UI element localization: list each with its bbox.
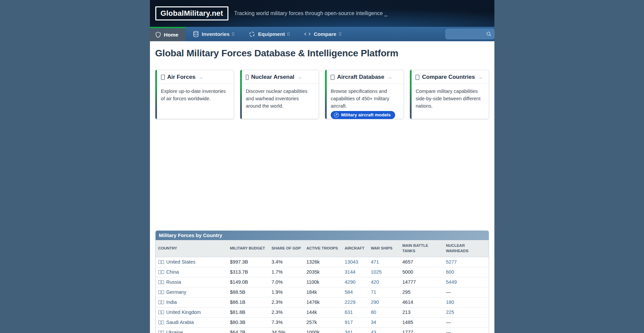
war-ships-count-link[interactable]: 80: [368, 307, 400, 317]
nuclear-warheads-cell[interactable]: 5277: [443, 257, 489, 267]
military-budget-cell: $997.3B: [227, 257, 269, 267]
active-troops-cell: 144k: [304, 307, 342, 317]
main-battle-tanks-cell: 295: [400, 287, 443, 297]
flag-placeholder-icon: [158, 320, 164, 325]
country-cell[interactable]: Saudi Arabia: [156, 317, 227, 327]
share-of-gdp-cell: 34.5%: [269, 327, 304, 333]
card-description: Compare military capabilities side-by-si…: [410, 84, 488, 110]
aircraft-count-link[interactable]: 4290: [342, 277, 368, 287]
main-content: Global Military Forces Database & Intell…: [150, 41, 494, 333]
country-cell[interactable]: Germany: [156, 287, 227, 297]
country-cell[interactable]: Russia: [156, 277, 227, 287]
share-of-gdp-cell: 2.3%: [269, 307, 304, 317]
site-header: GlobalMilitary.net Tracking world milita…: [150, 0, 494, 27]
country-cell[interactable]: China: [156, 267, 227, 277]
nav-item-inventories[interactable]: Inventories: [185, 27, 242, 41]
emoji-placeholder-icon: [161, 75, 165, 80]
military-aircraft-models-button[interactable]: ↗ Military aircraft models: [331, 111, 395, 119]
aircraft-count-link[interactable]: 584: [342, 287, 368, 297]
table-row: Germany $88.5B 1.9% 184k 584 71 295 —: [156, 287, 489, 297]
dropdown-caret-icon: [339, 33, 341, 36]
card-description: Browse specifications and capabilities o…: [325, 84, 404, 119]
war-ships-count-link[interactable]: 471: [368, 257, 400, 267]
card-title: Nuclear Arsenal: [251, 74, 294, 80]
card-header: Compare Countries →: [410, 70, 488, 84]
nuclear-warheads-cell[interactable]: 180: [443, 297, 489, 307]
column-header-active-troops: ACTIVE TROOPS: [304, 240, 342, 257]
aircraft-count-link[interactable]: 917: [342, 317, 368, 327]
left-right-arrows-icon: [304, 32, 311, 37]
card-title: Aircraft Database: [337, 74, 384, 80]
nav-item-home[interactable]: Home: [150, 27, 185, 41]
dropdown-caret-icon: [232, 33, 234, 36]
nuclear-warheads-cell[interactable]: —: [443, 327, 489, 333]
active-troops-cell: 184k: [304, 287, 342, 297]
main-nav: Home Inventories Equipment: [150, 27, 494, 41]
card-description: Discover nuclear capabilities and warhea…: [240, 84, 319, 110]
dropdown-caret-icon: [287, 33, 289, 36]
flag-placeholder-icon: [158, 310, 164, 315]
site-tagline: Tracking world military forces through o…: [234, 10, 387, 16]
emoji-placeholder-icon: [416, 75, 419, 80]
panel-title: Military Forces by Country: [156, 231, 489, 240]
nav-label: Compare: [314, 31, 336, 37]
flag-placeholder-icon: [158, 299, 164, 305]
active-troops-cell: 1000k: [304, 327, 342, 333]
database-icon: [193, 31, 199, 37]
nuclear-warheads-cell[interactable]: —: [443, 287, 489, 297]
nuclear-warheads-cell[interactable]: 5449: [443, 277, 489, 287]
aircraft-count-link[interactable]: 3144: [342, 267, 368, 277]
arrow-right-icon: →: [478, 74, 483, 80]
column-header-aircraft: AIRCRAFT: [342, 240, 368, 257]
active-troops-cell: 2035k: [304, 267, 342, 277]
war-ships-count-link[interactable]: 43: [368, 327, 400, 333]
card-nuclear-arsenal[interactable]: Nuclear Arsenal → Discover nuclear capab…: [240, 70, 319, 119]
war-ships-count-link[interactable]: 1025: [368, 267, 400, 277]
nav-item-compare[interactable]: Compare: [297, 27, 348, 41]
shield-icon: [155, 32, 161, 38]
nuclear-warheads-cell[interactable]: 225: [443, 307, 489, 317]
site-logo[interactable]: GlobalMilitary.net: [155, 6, 229, 20]
card-description: Explore up-to-date inventories of air fo…: [156, 84, 234, 103]
active-troops-cell: 1476k: [304, 297, 342, 307]
card-air-forces[interactable]: Air Forces → Explore up-to-date inventor…: [155, 70, 234, 119]
war-ships-count-link[interactable]: 71: [368, 287, 400, 297]
main-battle-tanks-cell: 213: [400, 307, 443, 317]
country-cell[interactable]: United States: [156, 257, 227, 267]
column-header-war-ships: WAR SHIPS: [368, 240, 400, 257]
nuclear-warheads-cell[interactable]: —: [443, 317, 489, 327]
aircraft-count-link[interactable]: 631: [342, 307, 368, 317]
circle-arrow-icon: ↗: [334, 113, 339, 117]
card-title: Compare Countries: [422, 74, 475, 80]
war-ships-count-link[interactable]: 290: [368, 297, 400, 307]
aircraft-count-link[interactable]: 341: [342, 327, 368, 333]
country-cell[interactable]: Ukraine: [156, 327, 227, 333]
country-cell[interactable]: United Kingdom: [156, 307, 227, 317]
card-description-text: Browse specifications and capabilities o…: [331, 89, 389, 109]
main-battle-tanks-cell: 4614: [400, 297, 443, 307]
military-budget-cell: $313.7B: [227, 267, 269, 277]
military-budget-cell: $149.0B: [227, 277, 269, 287]
country-cell[interactable]: India: [156, 297, 227, 307]
main-battle-tanks-cell: 4657: [400, 257, 443, 267]
card-compare-countries[interactable]: Compare Countries → Compare military cap…: [410, 70, 489, 119]
aircraft-count-link[interactable]: 2229: [342, 297, 368, 307]
column-header-country: COUNTRY: [156, 240, 227, 257]
card-title: Air Forces: [167, 74, 196, 80]
war-ships-count-link[interactable]: 420: [368, 277, 400, 287]
nav-label: Equipment: [258, 31, 285, 37]
emoji-placeholder-icon: [246, 75, 249, 80]
column-header-military-budget: MILITARY BUDGET: [227, 240, 269, 257]
aircraft-count-link[interactable]: 13043: [342, 257, 368, 267]
nuclear-warheads-cell[interactable]: 600: [443, 267, 489, 277]
share-of-gdp-cell: 1.7%: [269, 267, 304, 277]
flag-placeholder-icon: [158, 279, 164, 285]
table-row: China $313.7B 1.7% 2035k 3144 1025 5000 …: [156, 267, 489, 277]
column-header-nuclear-warheads: NUCLEAR WARHEADS: [443, 240, 489, 257]
war-ships-count-link[interactable]: 34: [368, 317, 400, 327]
search-input[interactable]: [445, 29, 494, 39]
share-of-gdp-cell: 3.4%: [269, 257, 304, 267]
active-troops-cell: 1326k: [304, 257, 342, 267]
card-aircraft-database[interactable]: Aircraft Database → Browse specification…: [325, 70, 404, 119]
nav-item-equipment[interactable]: Equipment: [241, 27, 297, 41]
